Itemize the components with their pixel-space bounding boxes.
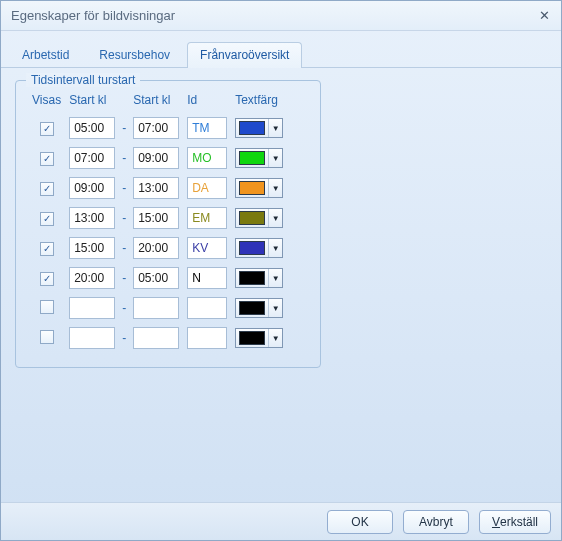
tab-franvarooversikt[interactable]: Frånvaroöversikt xyxy=(187,42,302,68)
table-row: ✓-▼ xyxy=(28,143,287,173)
range-dash: - xyxy=(119,203,129,233)
apply-button-accel: V xyxy=(492,515,500,529)
start1-input[interactable] xyxy=(69,177,115,199)
tab-strip: Arbetstid Resursbehov Frånvaroöversikt xyxy=(1,31,561,68)
close-icon[interactable]: ✕ xyxy=(535,7,553,25)
visas-checkbox[interactable] xyxy=(40,300,54,314)
table-row: -▼ xyxy=(28,323,287,353)
start1-input[interactable] xyxy=(69,207,115,229)
color-dropdown[interactable]: ▼ xyxy=(235,328,283,348)
chevron-down-icon: ▼ xyxy=(268,239,282,257)
range-dash: - xyxy=(119,233,129,263)
color-swatch xyxy=(239,121,265,135)
start2-input[interactable] xyxy=(133,147,179,169)
color-dropdown[interactable]: ▼ xyxy=(235,298,283,318)
visas-checkbox[interactable]: ✓ xyxy=(40,272,54,286)
color-swatch xyxy=(239,211,265,225)
range-dash: - xyxy=(119,323,129,353)
dialog-footer: OK Avbryt Verkställ xyxy=(1,502,561,540)
start1-input[interactable] xyxy=(69,297,115,319)
chevron-down-icon: ▼ xyxy=(268,149,282,167)
visas-checkbox[interactable] xyxy=(40,330,54,344)
tab-resursbehov[interactable]: Resursbehov xyxy=(86,42,183,68)
color-swatch xyxy=(239,151,265,165)
window-title: Egenskaper för bildvisningar xyxy=(11,8,535,23)
color-dropdown[interactable]: ▼ xyxy=(235,268,283,288)
start1-input[interactable] xyxy=(69,147,115,169)
visas-checkbox[interactable]: ✓ xyxy=(40,122,54,136)
header-start1: Start kl xyxy=(65,91,119,113)
range-dash: - xyxy=(119,293,129,323)
start1-input[interactable] xyxy=(69,267,115,289)
table-row: ✓-▼ xyxy=(28,173,287,203)
intervals-table: Visas Start kl Start kl Id Textfärg ✓-▼✓… xyxy=(28,91,287,353)
visas-checkbox[interactable]: ✓ xyxy=(40,242,54,256)
color-swatch xyxy=(239,301,265,315)
start2-input[interactable] xyxy=(133,117,179,139)
apply-button[interactable]: Verkställ xyxy=(479,510,551,534)
start1-input[interactable] xyxy=(69,117,115,139)
apply-button-rest: erkställ xyxy=(500,515,538,529)
chevron-down-icon: ▼ xyxy=(268,329,282,347)
table-row: -▼ xyxy=(28,293,287,323)
cancel-button[interactable]: Avbryt xyxy=(403,510,469,534)
group-tidsintervall: Tidsintervall turstart Visas Start kl St… xyxy=(15,80,321,368)
start2-input[interactable] xyxy=(133,207,179,229)
chevron-down-icon: ▼ xyxy=(268,119,282,137)
dialog: Egenskaper för bildvisningar ✕ Arbetstid… xyxy=(0,0,562,541)
id-input[interactable] xyxy=(187,147,227,169)
color-swatch xyxy=(239,241,265,255)
id-input[interactable] xyxy=(187,297,227,319)
color-swatch xyxy=(239,271,265,285)
header-id: Id xyxy=(183,91,231,113)
id-input[interactable] xyxy=(187,237,227,259)
id-input[interactable] xyxy=(187,117,227,139)
chevron-down-icon: ▼ xyxy=(268,179,282,197)
header-start2: Start kl xyxy=(129,91,183,113)
table-row: ✓-▼ xyxy=(28,263,287,293)
start2-input[interactable] xyxy=(133,297,179,319)
visas-checkbox[interactable]: ✓ xyxy=(40,152,54,166)
start2-input[interactable] xyxy=(133,237,179,259)
tab-panel: Tidsintervall turstart Visas Start kl St… xyxy=(1,68,561,378)
range-dash: - xyxy=(119,263,129,293)
titlebar: Egenskaper för bildvisningar ✕ xyxy=(1,1,561,31)
header-visas: Visas xyxy=(28,91,65,113)
id-input[interactable] xyxy=(187,327,227,349)
table-row: ✓-▼ xyxy=(28,203,287,233)
header-color: Textfärg xyxy=(231,91,287,113)
table-row: ✓-▼ xyxy=(28,113,287,143)
id-input[interactable] xyxy=(187,207,227,229)
color-dropdown[interactable]: ▼ xyxy=(235,208,283,228)
start2-input[interactable] xyxy=(133,177,179,199)
range-dash: - xyxy=(119,173,129,203)
start2-input[interactable] xyxy=(133,327,179,349)
tab-arbetstid[interactable]: Arbetstid xyxy=(9,42,82,68)
color-swatch xyxy=(239,181,265,195)
chevron-down-icon: ▼ xyxy=(268,299,282,317)
color-swatch xyxy=(239,331,265,345)
chevron-down-icon: ▼ xyxy=(268,269,282,287)
ok-button[interactable]: OK xyxy=(327,510,393,534)
color-dropdown[interactable]: ▼ xyxy=(235,178,283,198)
start2-input[interactable] xyxy=(133,267,179,289)
color-dropdown[interactable]: ▼ xyxy=(235,238,283,258)
group-legend: Tidsintervall turstart xyxy=(26,73,140,87)
table-row: ✓-▼ xyxy=(28,233,287,263)
chevron-down-icon: ▼ xyxy=(268,209,282,227)
color-dropdown[interactable]: ▼ xyxy=(235,148,283,168)
start1-input[interactable] xyxy=(69,237,115,259)
range-dash: - xyxy=(119,143,129,173)
start1-input[interactable] xyxy=(69,327,115,349)
visas-checkbox[interactable]: ✓ xyxy=(40,182,54,196)
id-input[interactable] xyxy=(187,177,227,199)
range-dash: - xyxy=(119,113,129,143)
color-dropdown[interactable]: ▼ xyxy=(235,118,283,138)
id-input[interactable] xyxy=(187,267,227,289)
visas-checkbox[interactable]: ✓ xyxy=(40,212,54,226)
